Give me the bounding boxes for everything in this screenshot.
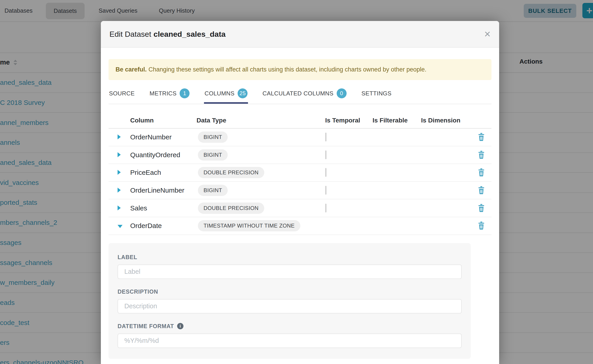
column-row: OrderDate TIMESTAMP WITHOUT TIME ZONE xyxy=(109,217,491,235)
column-row: Sales DOUBLE PRECISION xyxy=(109,199,491,217)
modal-header: Edit Datasetcleaned_sales_data × xyxy=(101,21,499,48)
modal-tabs: SOURCE METRICS 1 COLUMNS 25 CALCULATED C… xyxy=(109,86,491,104)
is-dimension-header: Is Dimension xyxy=(419,117,471,124)
tab-calculated-columns[interactable]: CALCULATED COLUMNS 0 xyxy=(262,86,347,104)
trash-icon[interactable] xyxy=(477,133,485,141)
tab-count-badge: 0 xyxy=(337,88,347,98)
tab-label: SETTINGS xyxy=(362,90,391,97)
warning-text: Changing these settings will affect all … xyxy=(148,66,427,73)
columns-table-body: OrderNumber BIGINT xyxy=(109,129,491,235)
data-type-pill: DOUBLE PRECISION xyxy=(198,202,264,214)
text-input[interactable] xyxy=(118,334,462,348)
column-detail-panel: LABEL DESCRIPTION DATETIME FORMAT i xyxy=(109,243,471,359)
trash-icon[interactable] xyxy=(477,151,485,159)
is-temporal-checkbox[interactable] xyxy=(325,186,327,195)
column-row: QuantityOrdered BIGINT xyxy=(109,146,491,164)
is-temporal-checkbox[interactable] xyxy=(325,204,327,212)
column-row: OrderNumber BIGINT xyxy=(109,129,491,146)
column-name: PriceEach xyxy=(123,169,195,176)
expand-caret-icon[interactable] xyxy=(118,188,121,193)
data-type-pill: DOUBLE PRECISION xyxy=(198,167,264,178)
text-input[interactable] xyxy=(118,265,462,279)
tab-count-badge: 1 xyxy=(180,88,190,98)
column-name: OrderNumber xyxy=(123,133,195,141)
tab-columns[interactable]: COLUMNS 25 xyxy=(204,86,248,104)
tab-count-badge: 25 xyxy=(237,88,248,98)
column-name: OrderDate xyxy=(123,222,195,230)
warning-bold-text: Be careful. xyxy=(116,66,147,73)
field-label: LABEL xyxy=(118,254,462,260)
form-field: DATETIME FORMAT i xyxy=(118,323,462,348)
text-input[interactable] xyxy=(118,299,462,313)
expand-caret-icon[interactable] xyxy=(118,152,121,157)
column-name: Sales xyxy=(123,204,195,212)
tab-source[interactable]: SOURCE xyxy=(109,86,135,104)
column-name: OrderLineNumber xyxy=(123,187,195,194)
column-header: Column xyxy=(123,117,195,124)
edit-dataset-modal: Edit Datasetcleaned_sales_data × Be care… xyxy=(101,21,499,364)
columns-table-header: Column Data Type Is Temporal Is Filterab… xyxy=(109,113,491,129)
is-temporal-checkbox[interactable] xyxy=(325,133,327,141)
modal-body: Be careful. Changing these settings will… xyxy=(101,59,499,359)
form-field: DESCRIPTION xyxy=(118,288,462,313)
tab-settings[interactable]: SETTINGS xyxy=(361,86,392,104)
data-type-pill: BIGINT xyxy=(198,185,228,196)
column-row: OrderLineNumber BIGINT xyxy=(109,182,491,200)
info-icon[interactable]: i xyxy=(177,323,184,329)
modal-title: Edit Datasetcleaned_sales_data xyxy=(109,30,226,39)
tab-metrics[interactable]: METRICS 1 xyxy=(149,86,190,104)
field-label: DATETIME FORMAT i xyxy=(118,323,462,330)
expand-caret-icon[interactable] xyxy=(118,225,123,228)
tab-label: COLUMNS xyxy=(204,90,234,97)
data-type-pill: BIGINT xyxy=(198,149,228,161)
modal-title-dataset-name: cleaned_sales_data xyxy=(153,30,225,38)
expand-caret-icon[interactable] xyxy=(118,170,121,175)
tab-label: SOURCE xyxy=(109,90,135,97)
is-filterable-header: Is Filterable xyxy=(371,117,419,124)
trash-icon[interactable] xyxy=(477,204,485,212)
trash-icon[interactable] xyxy=(477,186,485,195)
data-type-pill: TIMESTAMP WITHOUT TIME ZONE xyxy=(198,220,300,231)
is-temporal-checkbox[interactable] xyxy=(325,150,327,159)
tabs-divider xyxy=(109,104,491,104)
tab-label: CALCULATED COLUMNS xyxy=(263,90,333,97)
modal-title-prefix: Edit Dataset xyxy=(109,30,151,38)
form-field: LABEL xyxy=(118,254,462,279)
close-icon[interactable]: × xyxy=(484,29,491,39)
column-name: QuantityOrdered xyxy=(123,151,195,159)
is-temporal-checkbox[interactable] xyxy=(325,168,327,177)
trash-icon[interactable] xyxy=(477,221,485,230)
field-label: DESCRIPTION xyxy=(118,288,462,295)
column-row: PriceEach DOUBLE PRECISION xyxy=(109,164,491,182)
expand-caret-icon[interactable] xyxy=(118,205,121,210)
warning-banner: Be careful. Changing these settings will… xyxy=(109,59,491,80)
expand-caret-icon[interactable] xyxy=(118,134,121,139)
data-type-header: Data Type xyxy=(195,117,323,124)
columns-table: Column Data Type Is Temporal Is Filterab… xyxy=(109,113,491,235)
trash-icon[interactable] xyxy=(477,168,485,177)
tab-label: METRICS xyxy=(150,90,177,97)
data-type-pill: BIGINT xyxy=(198,131,228,143)
is-temporal-header: Is Temporal xyxy=(323,117,371,124)
